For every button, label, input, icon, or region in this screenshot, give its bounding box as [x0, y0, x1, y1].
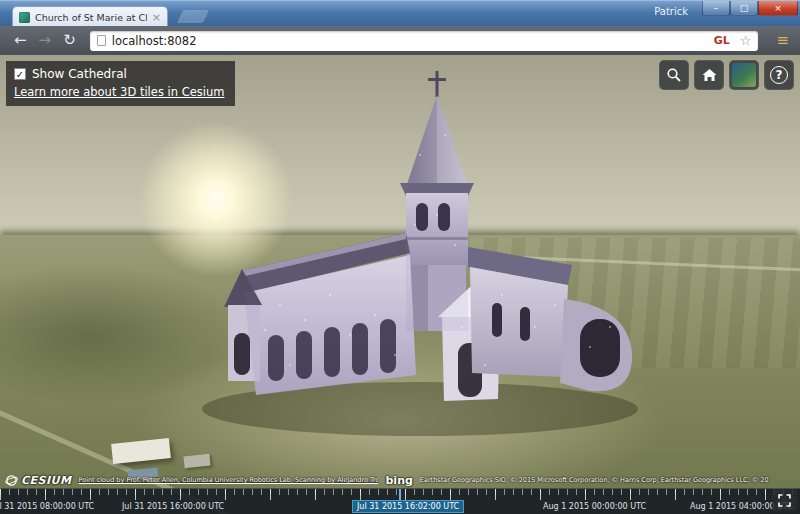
menu-icon[interactable]: ≡ — [776, 33, 788, 48]
home-view-button[interactable] — [694, 60, 724, 90]
browser-tab[interactable]: Church of St Marie at Cha × — [12, 6, 168, 27]
home-icon — [701, 67, 718, 83]
profile-name[interactable]: Patrick — [654, 6, 688, 17]
learn-more-link[interactable]: Learn more about 3D tiles in Cesium — [14, 85, 224, 99]
back-button[interactable]: ← — [14, 33, 27, 48]
geocoder-search-button[interactable] — [659, 60, 689, 90]
nav-toolbar: ← → ↻ localhost:8082 GL ☆ ≡ — [0, 26, 800, 55]
page-icon — [97, 35, 106, 46]
tab-close-icon[interactable]: × — [152, 12, 161, 23]
cesium-logo-text: CESIUM — [21, 474, 71, 487]
fullscreen-icon — [777, 493, 792, 508]
imagery-credit: Earthstar Geographics SIO, © 2015 Micros… — [420, 476, 770, 484]
address-bar[interactable]: localhost:8082 GL ☆ — [90, 31, 759, 51]
cesium-logo[interactable]: CESIUM — [5, 474, 71, 487]
fullscreen-button[interactable] — [772, 489, 797, 511]
gl-badge: GL — [714, 34, 730, 47]
credits-bar: CESIUM Point cloud by Prof. Peter Allen,… — [5, 473, 770, 487]
address-text[interactable]: localhost:8082 — [112, 34, 708, 48]
show-cathedral-checkbox[interactable]: ✓ — [14, 68, 26, 80]
show-cathedral-label: Show Cathedral — [32, 67, 127, 81]
title-bar: Church of St Marie at Cha × Patrick – □ … — [0, 0, 800, 26]
maximize-button[interactable]: □ — [730, 1, 758, 16]
timeline-label: Aug 1 2015 00:00:00 UTC — [543, 502, 646, 511]
cesium-toolbar: ? — [659, 60, 794, 90]
cesium-globe-icon — [5, 474, 18, 487]
help-button[interactable]: ? — [764, 60, 794, 90]
church-3d-model — [140, 65, 680, 495]
forward-button[interactable]: → — [39, 33, 52, 48]
bing-logo: bing — [385, 474, 412, 487]
refresh-button[interactable]: ↻ — [63, 33, 76, 48]
minimize-button[interactable]: – — [702, 1, 730, 16]
cesium-viewport[interactable]: ✓ Show Cathedral Learn more about 3D til… — [0, 55, 800, 514]
demo-overlay-panel: ✓ Show Cathedral Learn more about 3D til… — [6, 61, 235, 106]
timeline-scrubber[interactable]: Jul 31 2015 08:00:00 UTC Jul 31 2015 16:… — [0, 488, 800, 514]
window-controls: – □ × — [702, 1, 798, 16]
tab-title: Church of St Marie at Cha — [35, 12, 147, 23]
imagery-thumbnail-icon — [732, 63, 756, 87]
timeline-current-time[interactable]: Jul 31 2015 16:02:00 UTC — [352, 500, 464, 513]
point-cloud-credit[interactable]: Point cloud by Prof. Peter Allen, Columb… — [78, 476, 378, 484]
browser-window: Church of St Marie at Cha × Patrick – □ … — [0, 0, 800, 514]
cesium-favicon-icon — [19, 12, 30, 23]
timeline-label: Jul 31 2015 08:00:00 UTC — [0, 502, 94, 511]
timeline-label: Jul 31 2015 16:00:00 UTC — [122, 502, 224, 511]
imagery-picker-button[interactable] — [729, 60, 759, 90]
help-icon: ? — [770, 66, 788, 84]
bookmark-star-icon[interactable]: ☆ — [740, 34, 752, 47]
close-button[interactable]: × — [758, 1, 798, 16]
new-tab-button[interactable] — [177, 10, 209, 23]
search-icon — [666, 67, 682, 83]
